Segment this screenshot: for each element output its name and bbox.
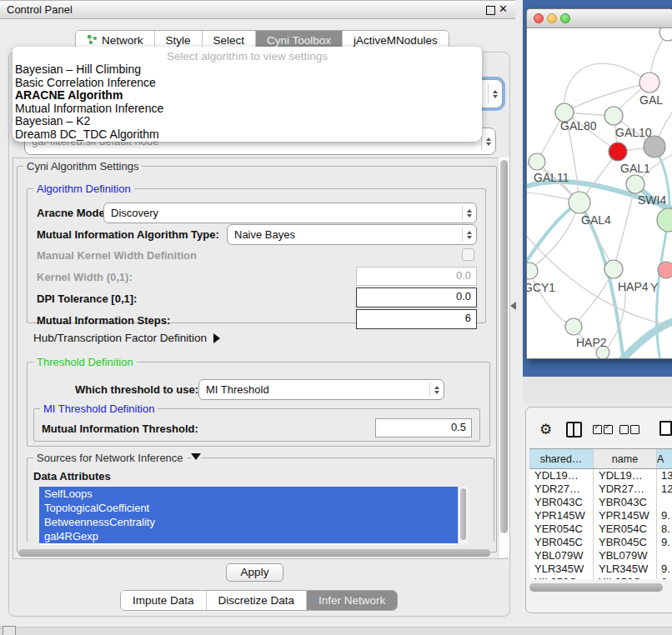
network-edge[interactable]	[527, 202, 579, 270]
hub-definition-expander[interactable]: Hub/Transcription Factor Definition	[33, 332, 220, 344]
table-row[interactable]: YDR27…YDR27…12	[529, 482, 672, 496]
close-icon[interactable]: ✕	[499, 2, 508, 15]
network-node-swi4[interactable]	[626, 175, 644, 193]
table-cell: YLR345W	[529, 562, 594, 576]
dropdown-item[interactable]: Dream8 DC_TDC Algorithm	[13, 128, 482, 142]
settings-vertical-scrollbar[interactable]	[498, 158, 509, 558]
network-node-gal[interactable]	[639, 72, 659, 92]
network-window-titlebar	[527, 9, 672, 28]
gear-icon[interactable]: ⚙	[539, 421, 552, 438]
network-node-gal11[interactable]	[529, 153, 545, 170]
network-node-hap4[interactable]	[604, 260, 623, 278]
network-canvas[interactable]: GALGAL80GAL10GAL1GAL11SWI4GAL4GCY1HAP4YH…	[527, 28, 672, 358]
network-node[interactable]	[659, 28, 672, 41]
dpi-tolerance-field[interactable]: 0.0	[356, 288, 477, 308]
network-edge[interactable]	[614, 184, 635, 269]
dropdown-item[interactable]: Bayesian – K2	[13, 115, 482, 128]
table-row[interactable]: YBR045CYBR045C9.	[529, 536, 672, 549]
group-title: MI Threshold Definition	[40, 402, 158, 415]
mi-algorithm-type-combobox[interactable]: Naive Bayes	[227, 224, 477, 245]
table-row[interactable]: YIL052CYIL052C9	[529, 576, 672, 579]
tab-discretize-data[interactable]: Discretize Data	[207, 591, 308, 610]
column-header[interactable]: shared…	[529, 449, 594, 468]
zoom-traffic-light-icon[interactable]	[560, 13, 570, 23]
document-icon[interactable]	[659, 421, 672, 436]
checked-boxes-icon[interactable]	[593, 424, 614, 437]
which-threshold-combobox[interactable]: MI Threshold	[198, 379, 444, 400]
data-attributes-list[interactable]: SelfLoopsTopologicalCoefficientBetweenne…	[39, 487, 458, 545]
aracne-mode-combobox[interactable]: Discovery	[103, 202, 477, 223]
network-edge[interactable]	[529, 271, 574, 327]
table-horizontal-scrollbar[interactable]	[529, 583, 663, 592]
attribute-list-item[interactable]: BetweennessCentrality	[39, 515, 458, 529]
table-body: YDL19…YDL19…13YDR27…YDR27…12YBR043CYBR04…	[529, 469, 672, 579]
table-row[interactable]: YDL19…YDL19…13	[529, 469, 672, 482]
settings-horizontal-scrollbar[interactable]	[18, 549, 490, 557]
float-window-icon[interactable]	[486, 6, 495, 15]
attribute-list-item[interactable]: gal4RGexp	[39, 529, 458, 543]
table-row[interactable]: YBL079WYBL079W	[529, 549, 672, 562]
kernel-width-label: Kernel Width (0,1):	[37, 271, 133, 283]
group-title: Threshold Definition	[33, 356, 137, 368]
dropdown-item[interactable]: Basic Correlation Inference	[13, 77, 482, 90]
mi-threshold-field[interactable]: 0.5	[375, 418, 472, 438]
network-view-window: GALGAL80GAL10GAL1GAL11SWI4GAL4GCY1HAP4YH…	[526, 8, 672, 359]
node-label: GAL80	[560, 119, 597, 132]
network-node-gal1[interactable]	[609, 142, 627, 161]
manual-kernel-width-checkbox[interactable]	[462, 248, 474, 261]
mi-steps-field[interactable]: 6	[356, 309, 477, 329]
network-node-y[interactable]	[658, 262, 672, 278]
network-edge[interactable]	[529, 202, 579, 271]
table-row[interactable]: YBR043CYBR043C	[529, 496, 672, 509]
attributes-vertical-scrollbar[interactable]	[458, 487, 468, 545]
network-node-gal10[interactable]	[604, 107, 623, 125]
node-label: HAP2	[576, 336, 607, 349]
tab-label: Discretize Data	[218, 594, 295, 607]
manual-kernel-width-label: Manual Kernel Width Definition	[37, 249, 197, 262]
network-node-gal4[interactable]	[569, 192, 590, 213]
table-cell: YDR27…	[594, 482, 657, 496]
table-cell: YER054C	[594, 522, 657, 536]
split-pane-collapse-arrow[interactable]	[510, 302, 516, 310]
dropdown-item[interactable]: Mutual Information Inference	[13, 102, 482, 116]
tab-label: Impute Data	[133, 594, 194, 607]
kernel-width-field[interactable]: 0.0	[356, 267, 477, 286]
tab-impute-data[interactable]: Impute Data	[121, 591, 207, 610]
close-traffic-light-icon[interactable]	[534, 13, 544, 23]
table-cell: YER054C	[529, 522, 594, 536]
combo-stepper-icon	[462, 228, 476, 241]
dropdown-item[interactable]: Bayesian – Hill Climbing	[13, 63, 482, 77]
unchecked-boxes-icon[interactable]	[619, 424, 641, 437]
node-label: GAL1	[620, 162, 650, 175]
dropdown-item[interactable]: ARACNE Algorithm	[13, 89, 482, 102]
node-table[interactable]: shared… name A YDL19…YDL19…13YDR27…YDR27…	[529, 448, 672, 579]
network-edge[interactable]	[620, 320, 672, 358]
minimize-traffic-light-icon[interactable]	[547, 13, 557, 23]
table-row[interactable]: YPR145WYPR145W9.	[529, 509, 672, 522]
collapse-down-icon[interactable]	[191, 453, 201, 460]
apply-button[interactable]: Apply	[226, 563, 283, 582]
attribute-list-item[interactable]: SelfLoops	[39, 487, 458, 501]
network-edge[interactable]	[564, 82, 649, 112]
table-row[interactable]: YLR345WYLR345W9.	[529, 562, 672, 576]
bottom-left-widget[interactable]	[3, 626, 16, 635]
network-node-hap2[interactable]	[565, 318, 582, 335]
aracne-mode-label: Aracne Mode:	[37, 207, 108, 219]
split-columns-icon[interactable]	[566, 422, 582, 438]
attribute-list-item[interactable]: TopologicalCoefficient	[39, 501, 458, 515]
network-node[interactable]	[657, 208, 672, 232]
table-row[interactable]: YER054CYER054C8.	[529, 522, 672, 536]
table-cell: YLR345W	[594, 562, 657, 576]
mi-algorithm-type-label: Mutual Information Algorithm Type:	[37, 228, 219, 241]
column-header[interactable]: A	[657, 449, 672, 468]
tab-infer-network[interactable]: Infer Network	[307, 591, 397, 610]
network-edge[interactable]	[564, 63, 649, 112]
which-threshold-value: MI Threshold	[199, 383, 429, 396]
table-cell: YPR145W	[594, 509, 657, 522]
mi-steps-label: Mutual Information Steps:	[37, 314, 170, 327]
bottom-tabbar: Impute Data Discretize Data Infer Networ…	[120, 590, 398, 611]
group-title: Algorithm Definition	[33, 182, 134, 195]
network-edge[interactable]	[656, 220, 669, 358]
control-panel-titlebar: Control Panel ✕	[0, 0, 515, 19]
column-header[interactable]: name	[594, 449, 657, 468]
